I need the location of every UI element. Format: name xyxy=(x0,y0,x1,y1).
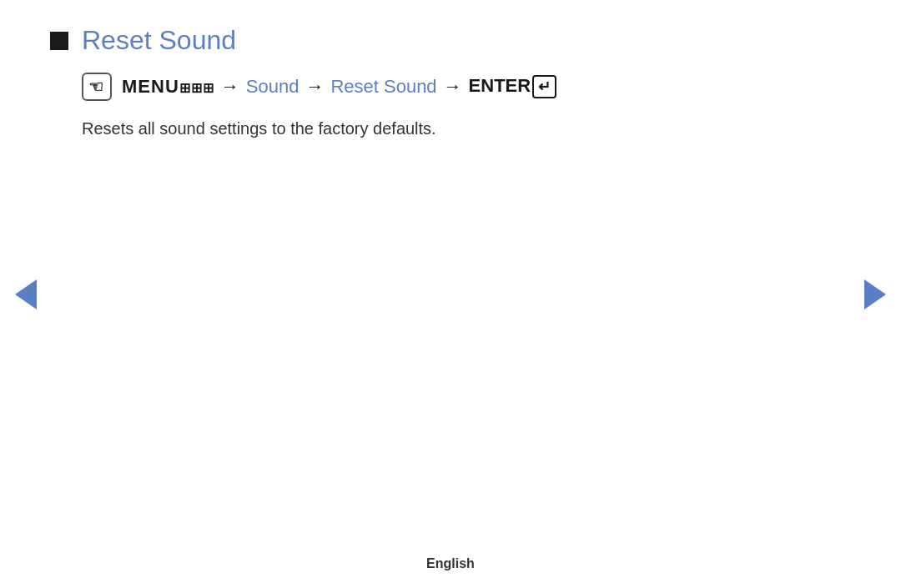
enter-label: ENTER↵ xyxy=(469,75,557,98)
description-text: Resets all sound settings to the factory… xyxy=(82,116,851,141)
nav-sound-link: Sound xyxy=(246,76,299,98)
nav-left-button[interactable] xyxy=(15,279,37,309)
page-title: Reset Sound xyxy=(82,25,236,56)
language-label: English xyxy=(426,556,475,570)
title-row: Reset Sound xyxy=(50,25,851,56)
footer: English xyxy=(426,556,475,571)
title-square xyxy=(50,32,68,50)
hand-icon: ☜ xyxy=(88,77,103,97)
nav-reset-sound-link: Reset Sound xyxy=(330,76,436,98)
nav-arrow-3: → xyxy=(444,76,462,98)
main-content: Reset Sound ☜ MENU⊞⊞⊞ → Sound → Reset So… xyxy=(0,0,901,141)
nav-row: ☜ MENU⊞⊞⊞ → Sound → Reset Sound → ENTER↵ xyxy=(82,73,851,101)
description: Resets all sound settings to the factory… xyxy=(82,116,851,141)
nav-arrow-2: → xyxy=(305,76,324,98)
menu-icon-box: ☜ xyxy=(82,73,112,101)
enter-icon: ↵ xyxy=(532,75,556,98)
menu-label: MENU⊞⊞⊞ xyxy=(122,76,214,98)
nav-arrow-1: → xyxy=(221,76,239,98)
left-arrow-icon xyxy=(15,279,37,309)
nav-right-button[interactable] xyxy=(864,279,886,309)
right-arrow-icon xyxy=(864,279,886,309)
